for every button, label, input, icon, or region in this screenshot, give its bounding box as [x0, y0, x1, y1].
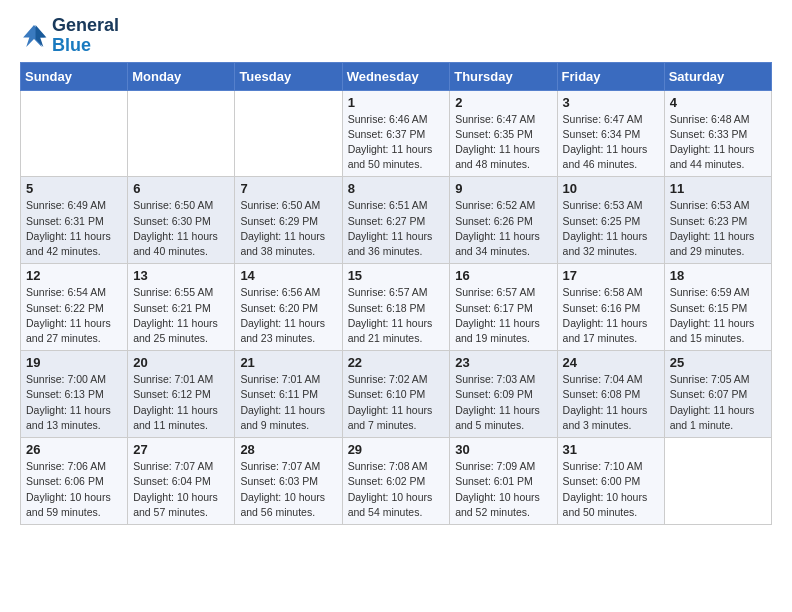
calendar-week-3: 12Sunrise: 6:54 AM Sunset: 6:22 PM Dayli… [21, 264, 772, 351]
calendar-cell: 4Sunrise: 6:48 AM Sunset: 6:33 PM Daylig… [664, 90, 771, 177]
day-number: 5 [26, 181, 122, 196]
calendar-cell: 25Sunrise: 7:05 AM Sunset: 6:07 PM Dayli… [664, 351, 771, 438]
weekday-header-sunday: Sunday [21, 62, 128, 90]
day-number: 22 [348, 355, 445, 370]
day-number: 7 [240, 181, 336, 196]
day-number: 26 [26, 442, 122, 457]
logo-icon [20, 22, 48, 50]
calendar-cell [664, 438, 771, 525]
calendar-week-4: 19Sunrise: 7:00 AM Sunset: 6:13 PM Dayli… [21, 351, 772, 438]
calendar-cell: 2Sunrise: 6:47 AM Sunset: 6:35 PM Daylig… [450, 90, 557, 177]
day-info: Sunrise: 6:55 AM Sunset: 6:21 PM Dayligh… [133, 285, 229, 346]
weekday-header-row: SundayMondayTuesdayWednesdayThursdayFrid… [21, 62, 772, 90]
day-info: Sunrise: 6:57 AM Sunset: 6:17 PM Dayligh… [455, 285, 551, 346]
day-number: 10 [563, 181, 659, 196]
day-number: 30 [455, 442, 551, 457]
calendar-cell: 31Sunrise: 7:10 AM Sunset: 6:00 PM Dayli… [557, 438, 664, 525]
day-number: 24 [563, 355, 659, 370]
day-info: Sunrise: 7:05 AM Sunset: 6:07 PM Dayligh… [670, 372, 766, 433]
weekday-header-monday: Monday [128, 62, 235, 90]
day-number: 2 [455, 95, 551, 110]
day-info: Sunrise: 6:58 AM Sunset: 6:16 PM Dayligh… [563, 285, 659, 346]
weekday-header-wednesday: Wednesday [342, 62, 450, 90]
day-info: Sunrise: 6:50 AM Sunset: 6:30 PM Dayligh… [133, 198, 229, 259]
day-info: Sunrise: 7:00 AM Sunset: 6:13 PM Dayligh… [26, 372, 122, 433]
calendar-cell: 7Sunrise: 6:50 AM Sunset: 6:29 PM Daylig… [235, 177, 342, 264]
day-number: 23 [455, 355, 551, 370]
day-info: Sunrise: 6:53 AM Sunset: 6:25 PM Dayligh… [563, 198, 659, 259]
calendar-cell: 26Sunrise: 7:06 AM Sunset: 6:06 PM Dayli… [21, 438, 128, 525]
calendar-cell: 5Sunrise: 6:49 AM Sunset: 6:31 PM Daylig… [21, 177, 128, 264]
calendar-cell: 21Sunrise: 7:01 AM Sunset: 6:11 PM Dayli… [235, 351, 342, 438]
day-info: Sunrise: 7:10 AM Sunset: 6:00 PM Dayligh… [563, 459, 659, 520]
day-info: Sunrise: 7:03 AM Sunset: 6:09 PM Dayligh… [455, 372, 551, 433]
calendar-week-1: 1Sunrise: 6:46 AM Sunset: 6:37 PM Daylig… [21, 90, 772, 177]
calendar-cell [235, 90, 342, 177]
day-info: Sunrise: 7:01 AM Sunset: 6:11 PM Dayligh… [240, 372, 336, 433]
day-info: Sunrise: 7:01 AM Sunset: 6:12 PM Dayligh… [133, 372, 229, 433]
calendar-cell: 6Sunrise: 6:50 AM Sunset: 6:30 PM Daylig… [128, 177, 235, 264]
calendar-table: SundayMondayTuesdayWednesdayThursdayFrid… [20, 62, 772, 525]
page-container: GeneralBlue SundayMondayTuesdayWednesday… [0, 0, 792, 537]
day-info: Sunrise: 7:02 AM Sunset: 6:10 PM Dayligh… [348, 372, 445, 433]
weekday-header-friday: Friday [557, 62, 664, 90]
day-info: Sunrise: 6:54 AM Sunset: 6:22 PM Dayligh… [26, 285, 122, 346]
day-number: 1 [348, 95, 445, 110]
calendar-cell: 12Sunrise: 6:54 AM Sunset: 6:22 PM Dayli… [21, 264, 128, 351]
calendar-cell: 1Sunrise: 6:46 AM Sunset: 6:37 PM Daylig… [342, 90, 450, 177]
day-number: 21 [240, 355, 336, 370]
day-info: Sunrise: 6:52 AM Sunset: 6:26 PM Dayligh… [455, 198, 551, 259]
day-info: Sunrise: 6:47 AM Sunset: 6:34 PM Dayligh… [563, 112, 659, 173]
calendar-cell: 15Sunrise: 6:57 AM Sunset: 6:18 PM Dayli… [342, 264, 450, 351]
calendar-week-5: 26Sunrise: 7:06 AM Sunset: 6:06 PM Dayli… [21, 438, 772, 525]
day-info: Sunrise: 6:51 AM Sunset: 6:27 PM Dayligh… [348, 198, 445, 259]
weekday-header-tuesday: Tuesday [235, 62, 342, 90]
day-number: 29 [348, 442, 445, 457]
day-number: 3 [563, 95, 659, 110]
day-info: Sunrise: 7:07 AM Sunset: 6:03 PM Dayligh… [240, 459, 336, 520]
calendar-cell: 19Sunrise: 7:00 AM Sunset: 6:13 PM Dayli… [21, 351, 128, 438]
calendar-cell: 30Sunrise: 7:09 AM Sunset: 6:01 PM Dayli… [450, 438, 557, 525]
calendar-cell: 17Sunrise: 6:58 AM Sunset: 6:16 PM Dayli… [557, 264, 664, 351]
calendar-cell: 8Sunrise: 6:51 AM Sunset: 6:27 PM Daylig… [342, 177, 450, 264]
day-info: Sunrise: 6:53 AM Sunset: 6:23 PM Dayligh… [670, 198, 766, 259]
calendar-cell: 24Sunrise: 7:04 AM Sunset: 6:08 PM Dayli… [557, 351, 664, 438]
calendar-cell [128, 90, 235, 177]
calendar-cell: 11Sunrise: 6:53 AM Sunset: 6:23 PM Dayli… [664, 177, 771, 264]
weekday-header-thursday: Thursday [450, 62, 557, 90]
svg-marker-2 [36, 25, 47, 47]
day-number: 12 [26, 268, 122, 283]
day-number: 4 [670, 95, 766, 110]
day-number: 18 [670, 268, 766, 283]
day-info: Sunrise: 6:57 AM Sunset: 6:18 PM Dayligh… [348, 285, 445, 346]
calendar-cell: 9Sunrise: 6:52 AM Sunset: 6:26 PM Daylig… [450, 177, 557, 264]
day-info: Sunrise: 6:46 AM Sunset: 6:37 PM Dayligh… [348, 112, 445, 173]
calendar-cell: 10Sunrise: 6:53 AM Sunset: 6:25 PM Dayli… [557, 177, 664, 264]
day-number: 11 [670, 181, 766, 196]
day-info: Sunrise: 7:09 AM Sunset: 6:01 PM Dayligh… [455, 459, 551, 520]
day-number: 20 [133, 355, 229, 370]
day-number: 15 [348, 268, 445, 283]
calendar-week-2: 5Sunrise: 6:49 AM Sunset: 6:31 PM Daylig… [21, 177, 772, 264]
day-number: 27 [133, 442, 229, 457]
day-info: Sunrise: 6:49 AM Sunset: 6:31 PM Dayligh… [26, 198, 122, 259]
day-info: Sunrise: 7:08 AM Sunset: 6:02 PM Dayligh… [348, 459, 445, 520]
day-number: 28 [240, 442, 336, 457]
logo: GeneralBlue [20, 16, 119, 56]
calendar-cell: 20Sunrise: 7:01 AM Sunset: 6:12 PM Dayli… [128, 351, 235, 438]
calendar-cell: 18Sunrise: 6:59 AM Sunset: 6:15 PM Dayli… [664, 264, 771, 351]
logo-text: GeneralBlue [52, 16, 119, 56]
day-info: Sunrise: 7:06 AM Sunset: 6:06 PM Dayligh… [26, 459, 122, 520]
day-number: 8 [348, 181, 445, 196]
day-info: Sunrise: 6:47 AM Sunset: 6:35 PM Dayligh… [455, 112, 551, 173]
day-number: 9 [455, 181, 551, 196]
calendar-cell: 3Sunrise: 6:47 AM Sunset: 6:34 PM Daylig… [557, 90, 664, 177]
calendar-cell: 28Sunrise: 7:07 AM Sunset: 6:03 PM Dayli… [235, 438, 342, 525]
day-info: Sunrise: 7:07 AM Sunset: 6:04 PM Dayligh… [133, 459, 229, 520]
day-number: 16 [455, 268, 551, 283]
day-number: 13 [133, 268, 229, 283]
day-info: Sunrise: 6:56 AM Sunset: 6:20 PM Dayligh… [240, 285, 336, 346]
day-info: Sunrise: 6:59 AM Sunset: 6:15 PM Dayligh… [670, 285, 766, 346]
calendar-cell: 13Sunrise: 6:55 AM Sunset: 6:21 PM Dayli… [128, 264, 235, 351]
day-number: 31 [563, 442, 659, 457]
